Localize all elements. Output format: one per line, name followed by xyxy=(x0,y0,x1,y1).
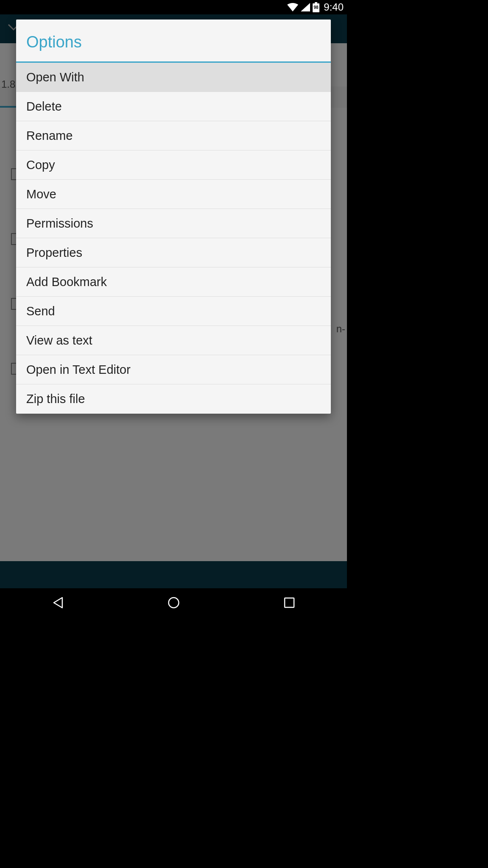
home-button[interactable] xyxy=(161,590,186,615)
option-open-with[interactable]: Open With xyxy=(16,63,331,92)
option-delete[interactable]: Delete xyxy=(16,92,331,121)
battery-icon: 98 xyxy=(313,2,319,12)
svg-rect-1 xyxy=(315,2,317,3)
back-button[interactable] xyxy=(45,590,71,615)
option-rename[interactable]: Rename xyxy=(16,121,331,150)
option-move[interactable]: Move xyxy=(16,180,331,209)
status-time: 9:40 xyxy=(324,1,344,13)
status-bar: 98 9:40 xyxy=(0,0,347,14)
option-zip-this-file[interactable]: Zip this file xyxy=(16,384,331,414)
svg-text:98: 98 xyxy=(314,5,319,10)
dialog-title: Options xyxy=(16,19,331,63)
option-permissions[interactable]: Permissions xyxy=(16,209,331,238)
svg-rect-4 xyxy=(285,598,294,607)
option-send[interactable]: Send xyxy=(16,297,331,326)
options-dialog: Options Open With Delete Rename Copy Mov… xyxy=(16,19,331,414)
wifi-icon xyxy=(287,3,298,11)
navigation-bar xyxy=(0,588,347,617)
option-open-in-text-editor[interactable]: Open in Text Editor xyxy=(16,355,331,384)
options-list: Open With Delete Rename Copy Move Permis… xyxy=(16,63,331,414)
option-properties[interactable]: Properties xyxy=(16,238,331,267)
signal-icon xyxy=(301,3,310,11)
option-add-bookmark[interactable]: Add Bookmark xyxy=(16,267,331,297)
svg-point-3 xyxy=(169,598,179,608)
recents-button[interactable] xyxy=(277,590,302,615)
option-copy[interactable]: Copy xyxy=(16,150,331,180)
option-view-as-text[interactable]: View as text xyxy=(16,326,331,355)
